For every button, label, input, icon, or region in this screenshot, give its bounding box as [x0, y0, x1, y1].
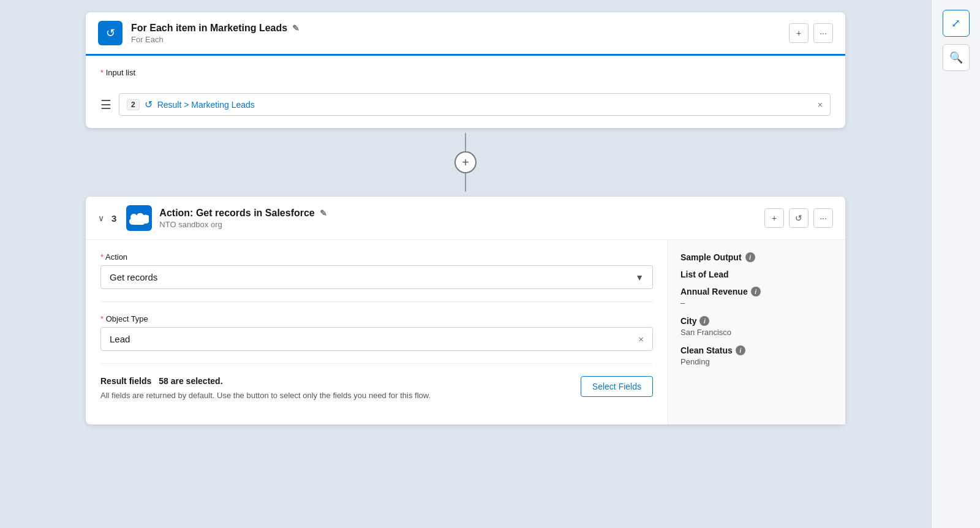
connector: +: [454, 128, 477, 197]
object-type-label-text: Object Type: [106, 314, 148, 323]
foreach-input-label-text: Input list: [106, 68, 135, 77]
output-field-name-annual-revenue: Annual Revenue i: [680, 287, 833, 296]
search-icon: 🔍: [949, 51, 963, 64]
action-header-actions: + ↺ ···: [764, 208, 833, 228]
foreach-input-field[interactable]: 2 ↺ Result > Marketing Leads ×: [119, 93, 831, 116]
clean-status-info-icon[interactable]: i: [736, 345, 745, 355]
city-info-icon[interactable]: i: [699, 316, 709, 326]
output-field-name-text-clean-status: Clean Status: [680, 345, 733, 355]
action-edit-icon[interactable]: ✎: [320, 208, 327, 218]
result-fields-header: Result fields 58 are selected.: [100, 376, 568, 386]
action-card-header: ∨ 3 Action: Get records in Salesforce ✎ …: [86, 197, 845, 239]
foreach-subtitle: For Each: [131, 35, 789, 44]
select-fields-btn[interactable]: Select Fields: [581, 376, 653, 397]
action-label: * Action: [100, 252, 653, 262]
foreach-input-section: * Input list: [100, 68, 831, 81]
search-btn[interactable]: 🔍: [943, 44, 970, 71]
output-field-clean-status: Clean Status i Pending: [680, 345, 833, 366]
action-step-num: 3: [111, 213, 116, 224]
add-step-btn[interactable]: +: [454, 151, 477, 173]
zoom-icon: ⤢: [951, 17, 960, 30]
output-field-name-city: City i: [680, 316, 833, 326]
sample-output-panel: Sample Output i List of Lead Annual Reve…: [668, 240, 845, 424]
foreach-title-text: For Each item in Marketing Leads: [131, 23, 287, 34]
foreach-card-header: ↺ For Each item in Marketing Leads ✎ For…: [86, 12, 845, 56]
foreach-title: For Each item in Marketing Leads ✎: [131, 23, 789, 34]
result-fields-count: 58 are selected.: [159, 376, 222, 386]
foreach-header-text: For Each item in Marketing Leads ✎ For E…: [131, 23, 789, 44]
action-fields: * Action Get records ▼ * Object Type: [86, 240, 668, 424]
foreach-clear-btn[interactable]: ×: [818, 100, 823, 110]
object-type-field[interactable]: Lead ×: [100, 327, 653, 351]
sample-output-info-icon[interactable]: i: [745, 252, 755, 262]
foreach-move-btn[interactable]: +: [789, 23, 809, 43]
main-canvas: ↺ For Each item in Marketing Leads ✎ For…: [0, 0, 931, 528]
result-fields-info: Result fields 58 are selected. All field…: [100, 376, 568, 400]
output-field-value-clean-status: Pending: [680, 357, 833, 366]
foreach-input-row: ☰ 2 ↺ Result > Marketing Leads ×: [86, 93, 845, 128]
output-field-city: City i San Francisco: [680, 316, 833, 337]
dropdown-arrow-icon: ▼: [635, 273, 644, 282]
result-fields-group: Result fields 58 are selected. All field…: [100, 376, 653, 400]
output-field-name-clean-status: Clean Status i: [680, 345, 833, 355]
action-more-btn[interactable]: ···: [813, 208, 833, 228]
action-field-group: * Action Get records ▼: [100, 252, 653, 302]
action-required-star: *: [100, 252, 104, 262]
flow-container: ↺ For Each item in Marketing Leads ✎ For…: [0, 0, 931, 528]
foreach-edit-icon[interactable]: ✎: [292, 23, 300, 33]
stack-icon: ☰: [100, 97, 111, 112]
object-type-value: Lead: [110, 334, 638, 344]
action-add-btn[interactable]: +: [764, 208, 784, 228]
zoom-btn[interactable]: ⤢: [943, 10, 970, 37]
action-title: Action: Get records in Salesforce ✎: [159, 208, 757, 219]
action-select-value: Get records: [110, 272, 635, 282]
right-sidebar: ⤢ 🔍: [931, 0, 980, 528]
action-card: ∨ 3 Action: Get records in Salesforce ✎ …: [86, 197, 845, 424]
foreach-more-btn[interactable]: ···: [813, 23, 833, 43]
result-fields-title: Result fields: [100, 376, 151, 386]
refresh-icon: ↺: [106, 26, 115, 40]
foreach-card: ↺ For Each item in Marketing Leads ✎ For…: [86, 12, 845, 128]
foreach-refresh-icon: ↺: [145, 99, 153, 110]
output-field-annual-revenue: Annual Revenue i –: [680, 287, 833, 307]
output-field-value-city: San Francisco: [680, 328, 833, 337]
required-star: *: [100, 68, 104, 77]
object-type-field-group: * Object Type Lead ×: [100, 314, 653, 364]
output-field-value-annual-revenue: –: [680, 298, 833, 307]
action-label-text: Action: [105, 252, 127, 262]
foreach-field-value: Result > Marketing Leads: [157, 100, 813, 110]
sample-output-title: Sample Output i: [680, 252, 833, 262]
output-list-label: List of Lead: [680, 270, 833, 279]
result-fields-desc: All fields are returned by default. Use …: [100, 391, 568, 400]
object-type-label: * Object Type: [100, 314, 653, 323]
salesforce-logo: [126, 205, 152, 231]
action-refresh-btn[interactable]: ↺: [789, 208, 809, 228]
output-field-name-text-city: City: [680, 316, 696, 326]
action-content: * Action Get records ▼ * Object Type: [86, 239, 845, 424]
foreach-badge: 2: [127, 99, 140, 110]
action-select[interactable]: Get records ▼: [100, 265, 653, 289]
action-subtitle: NTO sandbox org: [159, 220, 757, 229]
connector-line-bottom: [465, 173, 466, 192]
object-type-clear-btn[interactable]: ×: [638, 334, 644, 344]
object-type-required-star: *: [100, 314, 104, 323]
annual-revenue-info-icon[interactable]: i: [751, 287, 761, 296]
result-fields-row: Result fields 58 are selected. All field…: [100, 376, 653, 400]
foreach-input-label: * Input list: [100, 68, 831, 77]
sample-output-title-text: Sample Output: [680, 252, 742, 262]
action-chevron[interactable]: ∨: [98, 213, 104, 223]
foreach-header-actions: + ···: [789, 23, 833, 43]
connector-line-top: [465, 133, 466, 151]
foreach-card-body: * Input list: [86, 56, 845, 93]
foreach-icon: ↺: [98, 21, 123, 45]
output-field-name-text: Annual Revenue: [680, 287, 748, 296]
action-title-text: Action: Get records in Salesforce: [159, 208, 314, 219]
action-header-text: Action: Get records in Salesforce ✎ NTO …: [159, 208, 757, 229]
